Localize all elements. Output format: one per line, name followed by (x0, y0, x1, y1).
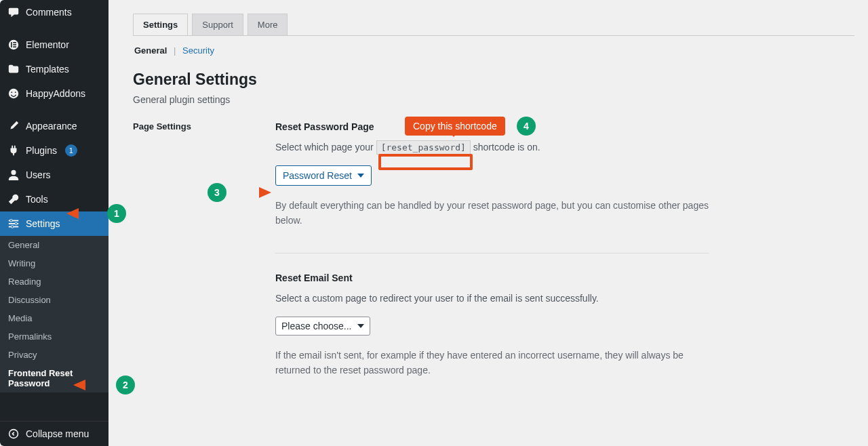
desc-pre: Select which page your (275, 142, 376, 153)
page-subtitle: General plugin settings (133, 94, 854, 105)
subtab-general[interactable]: General (134, 45, 167, 56)
wrench-icon (7, 192, 20, 206)
page-title: General Settings (133, 70, 854, 89)
select-value: Please choose... (281, 321, 352, 331)
folder-icon (7, 62, 20, 76)
annotation-tooltip: Copy this shortcode (405, 117, 505, 136)
sidebar-item-templates[interactable]: Templates (0, 57, 108, 81)
sidebar-subitem-reading[interactable]: Reading (0, 272, 108, 291)
svg-rect-2 (13, 42, 16, 43)
sliders-icon (7, 217, 20, 230)
annotation-badge-4: 4 (517, 117, 536, 136)
annotation-arrow-1 (66, 206, 110, 221)
sidebar-item-comments[interactable]: Comments (0, 0, 108, 24)
settings-submenu: General Writing Reading Discussion Media… (0, 236, 108, 392)
annotation-arrow-2 (73, 378, 117, 392)
sidebar-item-plugins[interactable]: Plugins 1 (0, 138, 108, 163)
tabs: Settings Support More (133, 14, 854, 36)
elementor-icon (7, 38, 20, 52)
svg-rect-3 (13, 44, 16, 45)
collapse-label: Collapse menu (26, 428, 89, 439)
sidebar-subitem-general[interactable]: General (0, 236, 108, 254)
annotation-arrow-3 (228, 185, 271, 200)
sidebar-item-label: Settings (26, 218, 60, 229)
annotation-rect-shortcode (378, 154, 473, 170)
svg-rect-1 (11, 42, 12, 47)
sidebar-item-label: HappyAddons (26, 88, 85, 99)
select-value: Password Reset (283, 170, 352, 181)
tab-settings[interactable]: Settings (133, 14, 188, 35)
reset-password-desc: Select which page your [reset_password] … (275, 140, 709, 155)
sidebar-item-elementor[interactable]: Elementor (0, 33, 108, 57)
svg-point-8 (11, 170, 16, 175)
tab-support[interactable]: Support (192, 14, 243, 35)
sidebar-item-label: Elementor (26, 39, 69, 50)
svg-point-15 (9, 430, 18, 439)
reset-password-select[interactable]: Password Reset (275, 165, 372, 186)
sidebar-item-happyaddons[interactable]: HappyAddons (0, 81, 108, 106)
sidebar-item-label: Templates (26, 64, 69, 75)
reset-email-title: Reset Email Sent (275, 272, 709, 283)
desc-post: shortcode is on. (473, 142, 540, 153)
chevron-down-icon (357, 324, 364, 328)
sidebar-item-appearance[interactable]: Appearance (0, 114, 108, 138)
user-icon (7, 168, 20, 182)
svg-point-7 (15, 92, 16, 93)
annotation-badge-1: 1 (107, 204, 126, 223)
subtab-security[interactable]: Security (182, 45, 214, 56)
svg-point-12 (10, 220, 13, 222)
sidebar-item-label: Plugins (26, 145, 57, 156)
collapse-icon (7, 427, 20, 441)
chevron-down-icon (357, 174, 364, 178)
sidebar-subitem-discussion[interactable]: Discussion (0, 291, 108, 309)
pipe: | (174, 45, 176, 56)
plug-icon (7, 144, 20, 157)
svg-rect-4 (13, 46, 16, 47)
reset-email-desc: Select a custom page to redirect your us… (275, 291, 709, 306)
plugin-badge: 1 (65, 144, 77, 157)
sidebar-item-label: Comments (26, 7, 72, 18)
svg-point-6 (11, 92, 12, 93)
sidebar-item-label: Users (26, 169, 51, 180)
sidebar-subitem-writing[interactable]: Writing (0, 254, 108, 272)
svg-point-13 (15, 222, 18, 225)
sidebar-subitem-media[interactable]: Media (0, 309, 108, 327)
annotation-badge-3: 3 (208, 183, 226, 202)
subtabs: General | Security (133, 36, 854, 65)
sidebar-subitem-permalinks[interactable]: Permalinks (0, 327, 108, 346)
happy-icon (7, 87, 20, 100)
reset-email-note: If the email isn't sent, for example if … (275, 348, 709, 378)
sidebar-item-label: Tools (26, 194, 48, 205)
brush-icon (7, 119, 20, 133)
sidebar-subitem-privacy[interactable]: Privacy (0, 346, 108, 364)
reset-email-select[interactable]: Please choose... (275, 317, 370, 336)
tab-more[interactable]: More (248, 14, 288, 35)
sidebar-item-users[interactable]: Users (0, 163, 108, 187)
sidebar-item-label: Appearance (26, 121, 77, 131)
svg-point-14 (11, 226, 14, 228)
collapse-menu[interactable]: Collapse menu (0, 421, 108, 446)
reset-password-note: By default everything can be handled by … (275, 198, 709, 228)
annotation-badge-2: 2 (116, 376, 135, 394)
divider (275, 253, 709, 254)
main-content: Settings Support More General | Security… (108, 0, 868, 446)
section-label: Page Settings (133, 121, 275, 378)
comment-icon (7, 5, 20, 19)
